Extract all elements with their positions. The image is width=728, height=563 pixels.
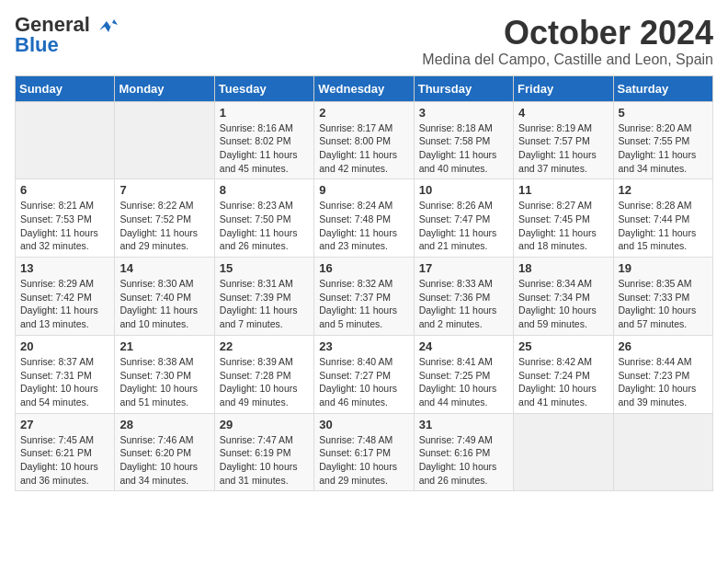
day-number: 30 bbox=[319, 418, 408, 431]
day-number: 1 bbox=[220, 106, 309, 120]
calendar-cell: 8Sunrise: 8:23 AM Sunset: 7:50 PM Daylig… bbox=[214, 179, 313, 258]
calendar-cell: 17Sunrise: 8:33 AM Sunset: 7:36 PM Dayli… bbox=[414, 258, 513, 336]
logo-blue: Blue bbox=[15, 35, 59, 55]
day-number: 2 bbox=[319, 106, 408, 120]
day-info: Sunrise: 8:17 AM Sunset: 8:00 PM Dayligh… bbox=[319, 121, 408, 176]
calendar-cell: 6Sunrise: 8:21 AM Sunset: 7:53 PM Daylig… bbox=[16, 179, 115, 258]
day-number: 17 bbox=[419, 261, 508, 275]
day-info: Sunrise: 8:23 AM Sunset: 7:50 PM Dayligh… bbox=[220, 199, 309, 253]
day-info: Sunrise: 7:49 AM Sunset: 6:16 PM Dayligh… bbox=[419, 433, 508, 488]
day-info: Sunrise: 7:48 AM Sunset: 6:17 PM Dayligh… bbox=[319, 433, 408, 488]
day-number: 4 bbox=[518, 106, 608, 120]
day-number: 18 bbox=[518, 261, 608, 275]
calendar-cell: 7Sunrise: 8:22 AM Sunset: 7:52 PM Daylig… bbox=[115, 179, 214, 258]
day-number: 10 bbox=[419, 183, 508, 197]
calendar-week-row: 20Sunrise: 8:37 AM Sunset: 7:31 PM Dayli… bbox=[16, 335, 713, 413]
calendar-header-row: SundayMondayTuesdayWednesdayThursdayFrid… bbox=[16, 75, 713, 101]
day-number: 25 bbox=[518, 339, 608, 353]
day-header-friday: Friday bbox=[514, 75, 613, 101]
calendar-cell: 3Sunrise: 8:18 AM Sunset: 7:58 PM Daylig… bbox=[414, 101, 513, 179]
day-number: 26 bbox=[619, 339, 708, 353]
calendar-week-row: 6Sunrise: 8:21 AM Sunset: 7:53 PM Daylig… bbox=[16, 179, 713, 258]
day-number: 27 bbox=[20, 418, 109, 431]
day-info: Sunrise: 8:40 AM Sunset: 7:27 PM Dayligh… bbox=[319, 355, 408, 409]
day-number: 20 bbox=[20, 339, 109, 353]
day-info: Sunrise: 8:44 AM Sunset: 7:23 PM Dayligh… bbox=[619, 355, 708, 409]
calendar-cell: 30Sunrise: 7:48 AM Sunset: 6:17 PM Dayli… bbox=[314, 413, 414, 491]
calendar-cell bbox=[115, 101, 214, 179]
calendar-cell: 5Sunrise: 8:20 AM Sunset: 7:55 PM Daylig… bbox=[613, 101, 712, 179]
day-info: Sunrise: 8:34 AM Sunset: 7:34 PM Dayligh… bbox=[518, 277, 608, 331]
calendar-body: 1Sunrise: 8:16 AM Sunset: 8:02 PM Daylig… bbox=[16, 101, 713, 491]
calendar-cell: 24Sunrise: 8:41 AM Sunset: 7:25 PM Dayli… bbox=[414, 335, 513, 413]
day-info: Sunrise: 8:16 AM Sunset: 8:02 PM Dayligh… bbox=[220, 121, 309, 176]
calendar-cell: 12Sunrise: 8:28 AM Sunset: 7:44 PM Dayli… bbox=[613, 179, 712, 258]
calendar-cell: 27Sunrise: 7:45 AM Sunset: 6:21 PM Dayli… bbox=[16, 413, 115, 491]
calendar-week-row: 13Sunrise: 8:29 AM Sunset: 7:42 PM Dayli… bbox=[16, 258, 713, 336]
calendar-cell: 22Sunrise: 8:39 AM Sunset: 7:28 PM Dayli… bbox=[214, 335, 313, 413]
calendar-cell: 14Sunrise: 8:30 AM Sunset: 7:40 PM Dayli… bbox=[115, 258, 214, 336]
calendar-week-row: 27Sunrise: 7:45 AM Sunset: 6:21 PM Dayli… bbox=[16, 413, 713, 491]
calendar-cell: 15Sunrise: 8:31 AM Sunset: 7:39 PM Dayli… bbox=[214, 258, 313, 336]
calendar-cell: 19Sunrise: 8:35 AM Sunset: 7:33 PM Dayli… bbox=[613, 258, 712, 336]
day-info: Sunrise: 7:45 AM Sunset: 6:21 PM Dayligh… bbox=[20, 433, 109, 488]
day-number: 29 bbox=[220, 418, 309, 431]
day-number: 14 bbox=[119, 261, 209, 275]
svg-marker-0 bbox=[99, 19, 118, 32]
day-info: Sunrise: 7:47 AM Sunset: 6:19 PM Dayligh… bbox=[220, 433, 309, 488]
day-info: Sunrise: 8:32 AM Sunset: 7:37 PM Dayligh… bbox=[319, 277, 408, 331]
day-number: 23 bbox=[319, 339, 408, 353]
calendar-cell bbox=[16, 101, 115, 179]
day-number: 12 bbox=[619, 183, 708, 197]
day-number: 22 bbox=[220, 339, 309, 353]
day-header-sunday: Sunday bbox=[16, 75, 115, 101]
day-header-thursday: Thursday bbox=[414, 75, 513, 101]
day-info: Sunrise: 8:41 AM Sunset: 7:25 PM Dayligh… bbox=[419, 355, 508, 409]
calendar-cell: 1Sunrise: 8:16 AM Sunset: 8:02 PM Daylig… bbox=[214, 101, 313, 179]
calendar-cell: 18Sunrise: 8:34 AM Sunset: 7:34 PM Dayli… bbox=[514, 258, 613, 336]
day-info: Sunrise: 8:33 AM Sunset: 7:36 PM Dayligh… bbox=[419, 277, 508, 331]
calendar-table: SundayMondayTuesdayWednesdayThursdayFrid… bbox=[15, 75, 713, 492]
day-header-wednesday: Wednesday bbox=[314, 75, 414, 101]
calendar-week-row: 1Sunrise: 8:16 AM Sunset: 8:02 PM Daylig… bbox=[16, 101, 713, 179]
day-number: 15 bbox=[220, 261, 309, 275]
day-info: Sunrise: 8:20 AM Sunset: 7:55 PM Dayligh… bbox=[619, 121, 708, 176]
calendar-cell: 25Sunrise: 8:42 AM Sunset: 7:24 PM Dayli… bbox=[514, 335, 613, 413]
day-info: Sunrise: 8:39 AM Sunset: 7:28 PM Dayligh… bbox=[220, 355, 309, 409]
day-info: Sunrise: 8:29 AM Sunset: 7:42 PM Dayligh… bbox=[20, 277, 109, 331]
calendar-cell bbox=[613, 413, 712, 491]
day-info: Sunrise: 8:24 AM Sunset: 7:48 PM Dayligh… bbox=[319, 199, 408, 253]
day-number: 28 bbox=[119, 418, 209, 431]
calendar-cell: 4Sunrise: 8:19 AM Sunset: 7:57 PM Daylig… bbox=[514, 101, 613, 179]
day-info: Sunrise: 8:27 AM Sunset: 7:45 PM Dayligh… bbox=[518, 199, 608, 253]
calendar-cell: 10Sunrise: 8:26 AM Sunset: 7:47 PM Dayli… bbox=[414, 179, 513, 258]
title-block: October 2024 Medina del Campo, Castille … bbox=[422, 15, 713, 68]
calendar-cell: 9Sunrise: 8:24 AM Sunset: 7:48 PM Daylig… bbox=[314, 179, 414, 258]
day-number: 7 bbox=[119, 183, 209, 197]
calendar-cell: 29Sunrise: 7:47 AM Sunset: 6:19 PM Dayli… bbox=[214, 413, 313, 491]
day-number: 13 bbox=[20, 261, 109, 275]
day-number: 11 bbox=[518, 183, 608, 197]
day-info: Sunrise: 8:22 AM Sunset: 7:52 PM Dayligh… bbox=[119, 199, 209, 253]
calendar-cell: 2Sunrise: 8:17 AM Sunset: 8:00 PM Daylig… bbox=[314, 101, 414, 179]
day-number: 21 bbox=[119, 339, 209, 353]
day-header-monday: Monday bbox=[115, 75, 214, 101]
day-info: Sunrise: 8:21 AM Sunset: 7:53 PM Dayligh… bbox=[20, 199, 109, 253]
calendar-cell: 20Sunrise: 8:37 AM Sunset: 7:31 PM Dayli… bbox=[16, 335, 115, 413]
calendar-cell: 31Sunrise: 7:49 AM Sunset: 6:16 PM Dayli… bbox=[414, 413, 513, 491]
page-header: General Blue October 2024 Medina del Cam… bbox=[15, 15, 713, 68]
day-number: 6 bbox=[20, 183, 109, 197]
month-title: October 2024 bbox=[422, 15, 713, 52]
calendar-cell: 21Sunrise: 8:38 AM Sunset: 7:30 PM Dayli… bbox=[115, 335, 214, 413]
day-info: Sunrise: 8:37 AM Sunset: 7:31 PM Dayligh… bbox=[20, 355, 109, 409]
location: Medina del Campo, Castille and Leon, Spa… bbox=[422, 52, 713, 68]
day-number: 19 bbox=[619, 261, 708, 275]
calendar-cell: 16Sunrise: 8:32 AM Sunset: 7:37 PM Dayli… bbox=[314, 258, 414, 336]
calendar-cell: 13Sunrise: 8:29 AM Sunset: 7:42 PM Dayli… bbox=[16, 258, 115, 336]
day-number: 24 bbox=[419, 339, 508, 353]
logo: General Blue bbox=[15, 15, 118, 55]
calendar-cell bbox=[514, 413, 613, 491]
day-number: 8 bbox=[220, 183, 309, 197]
day-info: Sunrise: 8:35 AM Sunset: 7:33 PM Dayligh… bbox=[619, 277, 708, 331]
day-info: Sunrise: 8:30 AM Sunset: 7:40 PM Dayligh… bbox=[119, 277, 209, 331]
